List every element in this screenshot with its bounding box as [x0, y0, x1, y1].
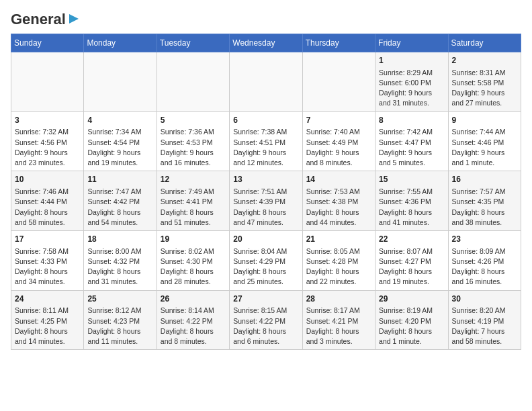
day-number: 29	[379, 293, 444, 305]
day-info: Sunrise: 7:46 AM Sunset: 4:44 PM Dayligh…	[15, 187, 80, 228]
col-saturday: Saturday	[448, 34, 521, 52]
day-number: 19	[161, 234, 226, 245]
day-info: Sunrise: 8:19 AM Sunset: 4:20 PM Dayligh…	[379, 306, 444, 347]
day-number: 17	[15, 234, 80, 245]
day-info: Sunrise: 8:20 AM Sunset: 4:19 PM Dayligh…	[452, 306, 517, 347]
day-number: 22	[379, 234, 444, 245]
col-friday: Friday	[375, 34, 448, 52]
day-cell: 27Sunrise: 8:15 AM Sunset: 4:22 PM Dayli…	[230, 290, 302, 350]
logo: General	[11, 11, 81, 26]
day-cell: 11Sunrise: 7:47 AM Sunset: 4:42 PM Dayli…	[84, 171, 157, 231]
day-cell	[302, 52, 375, 112]
day-cell: 13Sunrise: 7:51 AM Sunset: 4:39 PM Dayli…	[230, 171, 302, 231]
col-sunday: Sunday	[11, 34, 84, 52]
day-cell: 7Sunrise: 7:40 AM Sunset: 4:49 PM Daylig…	[302, 111, 375, 171]
day-cell: 14Sunrise: 7:53 AM Sunset: 4:38 PM Dayli…	[302, 171, 375, 231]
col-thursday: Thursday	[302, 34, 375, 52]
day-cell: 23Sunrise: 8:09 AM Sunset: 4:26 PM Dayli…	[448, 231, 521, 291]
day-info: Sunrise: 7:51 AM Sunset: 4:39 PM Dayligh…	[233, 187, 298, 228]
day-info: Sunrise: 7:42 AM Sunset: 4:47 PM Dayligh…	[379, 127, 444, 168]
day-number: 6	[233, 115, 298, 126]
calendar-table: Sunday Monday Tuesday Wednesday Thursday…	[11, 34, 521, 350]
day-info: Sunrise: 7:38 AM Sunset: 4:51 PM Dayligh…	[233, 127, 298, 168]
col-tuesday: Tuesday	[157, 34, 229, 52]
day-cell: 3Sunrise: 7:32 AM Sunset: 4:56 PM Daylig…	[11, 111, 84, 171]
day-cell: 8Sunrise: 7:42 AM Sunset: 4:47 PM Daylig…	[375, 111, 448, 171]
header-row: Sunday Monday Tuesday Wednesday Thursday…	[11, 34, 521, 52]
day-cell: 16Sunrise: 7:57 AM Sunset: 4:35 PM Dayli…	[448, 171, 521, 231]
day-cell: 20Sunrise: 8:04 AM Sunset: 4:29 PM Dayli…	[230, 231, 302, 291]
day-number: 10	[15, 174, 80, 185]
day-number: 3	[15, 115, 80, 126]
day-cell: 19Sunrise: 8:02 AM Sunset: 4:30 PM Dayli…	[157, 231, 229, 291]
day-info: Sunrise: 7:47 AM Sunset: 4:42 PM Dayligh…	[87, 187, 152, 228]
day-cell	[11, 52, 84, 112]
day-number: 28	[306, 293, 371, 305]
day-number: 24	[15, 293, 80, 305]
day-number: 14	[306, 174, 371, 185]
week-row-1: 1Sunrise: 8:29 AM Sunset: 6:00 PM Daylig…	[11, 52, 521, 112]
day-info: Sunrise: 7:36 AM Sunset: 4:53 PM Dayligh…	[161, 127, 226, 168]
day-info: Sunrise: 8:04 AM Sunset: 4:29 PM Dayligh…	[233, 246, 298, 287]
day-cell	[230, 52, 302, 112]
day-number: 15	[379, 174, 444, 185]
day-cell: 10Sunrise: 7:46 AM Sunset: 4:44 PM Dayli…	[11, 171, 84, 231]
logo-text-general: General	[11, 11, 66, 28]
day-cell: 1Sunrise: 8:29 AM Sunset: 6:00 PM Daylig…	[375, 52, 448, 112]
day-info: Sunrise: 8:05 AM Sunset: 4:28 PM Dayligh…	[306, 246, 371, 287]
day-cell: 18Sunrise: 8:00 AM Sunset: 4:32 PM Dayli…	[84, 231, 157, 291]
calendar-body: 1Sunrise: 8:29 AM Sunset: 6:00 PM Daylig…	[11, 52, 521, 350]
day-number: 12	[161, 174, 226, 185]
day-cell: 29Sunrise: 8:19 AM Sunset: 4:20 PM Dayli…	[375, 290, 448, 350]
day-number: 16	[452, 174, 517, 185]
logo-arrow-icon	[66, 11, 81, 26]
day-number: 11	[87, 174, 152, 185]
week-row-3: 10Sunrise: 7:46 AM Sunset: 4:44 PM Dayli…	[11, 171, 521, 231]
day-info: Sunrise: 7:58 AM Sunset: 4:33 PM Dayligh…	[15, 246, 80, 287]
day-number: 18	[87, 234, 152, 245]
col-monday: Monday	[84, 34, 157, 52]
page-header: General	[11, 11, 521, 26]
day-info: Sunrise: 8:00 AM Sunset: 4:32 PM Dayligh…	[87, 246, 152, 287]
day-number: 13	[233, 174, 298, 185]
day-info: Sunrise: 7:53 AM Sunset: 4:38 PM Dayligh…	[306, 187, 371, 228]
day-info: Sunrise: 8:12 AM Sunset: 4:23 PM Dayligh…	[87, 306, 152, 347]
day-info: Sunrise: 7:40 AM Sunset: 4:49 PM Dayligh…	[306, 127, 371, 168]
day-cell: 5Sunrise: 7:36 AM Sunset: 4:53 PM Daylig…	[157, 111, 229, 171]
day-number: 9	[452, 115, 517, 126]
day-info: Sunrise: 8:07 AM Sunset: 4:27 PM Dayligh…	[379, 246, 444, 287]
day-cell: 2Sunrise: 8:31 AM Sunset: 5:58 PM Daylig…	[448, 52, 521, 112]
day-number: 25	[87, 293, 152, 305]
day-number: 5	[161, 115, 226, 126]
day-info: Sunrise: 8:02 AM Sunset: 4:30 PM Dayligh…	[161, 246, 226, 287]
day-cell: 12Sunrise: 7:49 AM Sunset: 4:41 PM Dayli…	[157, 171, 229, 231]
day-number: 21	[306, 234, 371, 245]
day-number: 7	[306, 115, 371, 126]
day-cell: 25Sunrise: 8:12 AM Sunset: 4:23 PM Dayli…	[84, 290, 157, 350]
day-number: 2	[452, 55, 517, 66]
week-row-2: 3Sunrise: 7:32 AM Sunset: 4:56 PM Daylig…	[11, 111, 521, 171]
day-info: Sunrise: 8:29 AM Sunset: 6:00 PM Dayligh…	[379, 68, 444, 109]
day-number: 30	[452, 293, 517, 305]
day-number: 4	[87, 115, 152, 126]
day-number: 27	[233, 293, 298, 305]
day-info: Sunrise: 7:44 AM Sunset: 4:46 PM Dayligh…	[452, 127, 517, 168]
day-cell: 26Sunrise: 8:14 AM Sunset: 4:22 PM Dayli…	[157, 290, 229, 350]
day-info: Sunrise: 7:34 AM Sunset: 4:54 PM Dayligh…	[87, 127, 152, 168]
week-row-5: 24Sunrise: 8:11 AM Sunset: 4:25 PM Dayli…	[11, 290, 521, 350]
day-number: 23	[452, 234, 517, 245]
day-info: Sunrise: 8:11 AM Sunset: 4:25 PM Dayligh…	[15, 306, 80, 347]
day-info: Sunrise: 7:57 AM Sunset: 4:35 PM Dayligh…	[452, 187, 517, 228]
col-wednesday: Wednesday	[230, 34, 302, 52]
day-cell: 24Sunrise: 8:11 AM Sunset: 4:25 PM Dayli…	[11, 290, 84, 350]
day-info: Sunrise: 8:15 AM Sunset: 4:22 PM Dayligh…	[233, 306, 298, 347]
day-info: Sunrise: 8:09 AM Sunset: 4:26 PM Dayligh…	[452, 246, 517, 287]
day-number: 1	[379, 55, 444, 66]
day-info: Sunrise: 7:49 AM Sunset: 4:41 PM Dayligh…	[161, 187, 226, 228]
day-cell: 15Sunrise: 7:55 AM Sunset: 4:36 PM Dayli…	[375, 171, 448, 231]
day-cell	[157, 52, 229, 112]
day-info: Sunrise: 7:55 AM Sunset: 4:36 PM Dayligh…	[379, 187, 444, 228]
day-cell: 30Sunrise: 8:20 AM Sunset: 4:19 PM Dayli…	[448, 290, 521, 350]
svg-marker-0	[69, 14, 79, 24]
day-number: 20	[233, 234, 298, 245]
